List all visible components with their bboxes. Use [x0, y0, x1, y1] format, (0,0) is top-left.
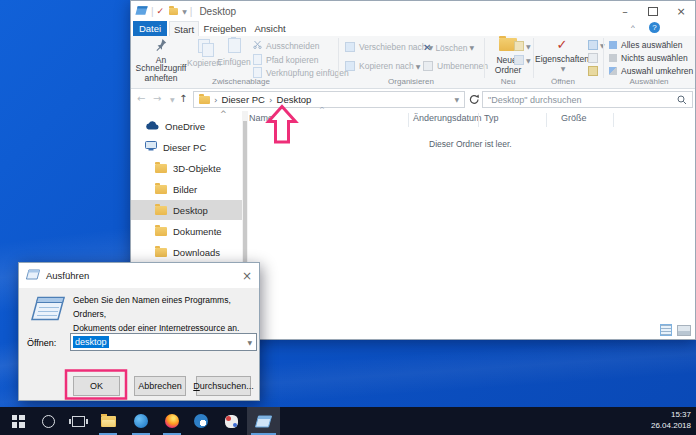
breadcrumb-chevron-icon: › [214, 95, 218, 105]
open-label: Öffnen: [27, 338, 56, 348]
copy-button[interactable]: Kopieren [189, 39, 219, 67]
group-label-new: Neu [483, 77, 533, 86]
easy-access-icon [514, 55, 524, 65]
forward-icon[interactable]: → [153, 93, 161, 104]
invert-selection-button[interactable]: Auswahl umkehren [609, 66, 693, 76]
open-item-icon [588, 40, 598, 50]
task-view-button[interactable] [65, 407, 91, 435]
explorer-system-icon[interactable] [135, 2, 148, 20]
sidebar-item-dokumente[interactable]: Dokumente [131, 221, 243, 241]
group-label-organize: Organisieren [371, 77, 451, 86]
taskbar: 15:37 26.04.2018 [0, 407, 696, 435]
file-explorer-icon [101, 416, 116, 427]
tab-freigeben[interactable]: Freigeben [203, 21, 247, 36]
search-icon[interactable] [677, 95, 687, 107]
column-separator[interactable] [478, 113, 479, 127]
recent-locations-icon[interactable]: ▼ [170, 96, 175, 103]
separator: | [151, 6, 154, 17]
tab-start[interactable]: Start [169, 21, 199, 36]
new-item-button[interactable]: ▼ [514, 41, 531, 51]
large-icons-view-button[interactable] [677, 325, 691, 336]
taskbar-file-explorer-button[interactable] [95, 407, 121, 435]
ok-button[interactable]: OK [73, 376, 120, 396]
breadcrumb[interactable]: › Dieser PC › Desktop ▼ [193, 91, 465, 108]
properties-check-icon: ✓ [557, 38, 568, 51]
qat-new-folder-icon[interactable] [169, 8, 178, 15]
breadcrumb-root[interactable]: Dieser PC [222, 94, 265, 105]
paste-button[interactable]: Einfügen [219, 38, 249, 66]
delete-button[interactable]: ✕ Löschen▼ [423, 42, 474, 53]
desktop-screen: | ✓ ▼ | Desktop – × Datei Start Freigebe… [0, 0, 696, 435]
taskbar-thunderbird-button[interactable] [188, 407, 214, 435]
empty-folder-message: Dieser Ordner ist leer. [429, 139, 512, 149]
close-button[interactable]: × [667, 1, 695, 21]
sidebar-item-dieser-pc[interactable]: Dieser PC [131, 137, 243, 157]
pin-to-quick-access-button[interactable]: An Schnellzugriff anheften [135, 38, 187, 82]
column-header-name[interactable]: Name [249, 113, 273, 123]
search-button[interactable] [35, 407, 61, 435]
help-icon[interactable]: ? [649, 22, 660, 33]
breadcrumb-current[interactable]: Desktop [277, 94, 312, 105]
run-dialog-titlebar[interactable]: Ausführen × [19, 263, 259, 288]
scroll-up-icon[interactable]: ^ [220, 110, 227, 119]
browse-button[interactable]: Durchsuchen... [196, 376, 251, 396]
qat-properties-icon[interactable]: ✓ [157, 7, 165, 16]
move-to-button[interactable]: Verschieben nach▼ [345, 42, 433, 52]
column-separator[interactable] [408, 113, 409, 127]
tab-datei[interactable]: Datei [133, 21, 167, 36]
run-command-input[interactable]: desktop ▼ [70, 333, 257, 351]
up-icon[interactable]: ↑ [179, 93, 187, 104]
properties-button[interactable]: ✓ Eigenschaften ▼ [535, 38, 589, 73]
history-button[interactable] [588, 66, 598, 76]
column-separator[interactable] [546, 113, 547, 127]
properties-dropdown-icon: ▼ [561, 65, 566, 73]
copy-to-button[interactable]: Kopieren nach▼ [345, 61, 420, 71]
group-separator [484, 38, 485, 78]
run-dialog: Ausführen × Geben Sie den Namen eines Pr… [18, 262, 260, 401]
clock-time: 15:37 [651, 410, 691, 421]
column-header-type[interactable]: Typ [484, 113, 499, 123]
back-icon[interactable]: ← [137, 93, 145, 104]
taskbar-run-dialog-button[interactable] [247, 407, 280, 435]
sidebar-item-onedrive[interactable]: OneDrive [131, 116, 243, 136]
address-dropdown-icon[interactable]: ▼ [454, 96, 459, 103]
column-separator[interactable] [613, 113, 614, 127]
sidebar-item-downloads[interactable]: Downloads [131, 242, 243, 262]
details-view-button[interactable] [660, 324, 672, 336]
search-placeholder: "Desktop" durchsuchen [488, 95, 581, 105]
rename-button[interactable]: Umbenennen [423, 61, 488, 71]
taskbar-media-app-button[interactable] [218, 407, 244, 435]
sidebar-item-desktop[interactable]: Desktop [131, 200, 243, 220]
cut-button[interactable]: Ausschneiden [253, 40, 319, 51]
edit-item-button[interactable] [588, 53, 598, 63]
minimize-button[interactable]: – [611, 1, 639, 21]
sidebar-item-bilder[interactable]: Bilder [131, 179, 243, 199]
qat-dropdown-icon[interactable]: ▼ [182, 8, 187, 15]
address-bar: ← → ▼ ↑ › Dieser PC › Desktop ▼ "Desktop… [131, 89, 695, 111]
taskbar-clock[interactable]: 15:37 26.04.2018 [651, 410, 691, 431]
tab-ansicht[interactable]: Ansicht [251, 21, 289, 36]
explorer-titlebar[interactable]: | ✓ ▼ | Desktop – × [131, 1, 695, 21]
breadcrumb-chevron-icon: › [269, 95, 273, 105]
refresh-icon[interactable] [469, 94, 480, 107]
sidebar-item-3d-objekte[interactable]: 3D-Objekte [131, 158, 243, 178]
maximize-button[interactable] [639, 1, 667, 21]
copy-path-button[interactable]: Pfad kopieren [253, 54, 318, 65]
select-all-button[interactable]: Alles auswählen [609, 40, 682, 50]
search-input[interactable]: "Desktop" durchsuchen [482, 91, 693, 108]
taskbar-firefox-button[interactable] [159, 407, 185, 435]
delete-icon: ✕ [423, 42, 431, 53]
start-button[interactable] [5, 407, 31, 435]
column-header-date[interactable]: Änderungsdatum [413, 113, 482, 123]
select-none-button[interactable]: Nichts auswählen [609, 53, 688, 63]
close-icon[interactable]: × [235, 263, 259, 288]
taskbar-blue-app-button[interactable] [128, 407, 154, 435]
cancel-button[interactable]: Abbrechen [134, 376, 186, 396]
combo-dropdown-icon[interactable]: ▼ [247, 339, 252, 346]
ribbon-collapse-icon[interactable]: ^ [631, 23, 635, 32]
invert-selection-icon [609, 67, 617, 75]
windows-logo-icon [12, 415, 25, 428]
status-bar [660, 324, 691, 336]
easy-access-button[interactable]: ▼ [514, 55, 531, 65]
column-header-size[interactable]: Größe [561, 113, 587, 123]
